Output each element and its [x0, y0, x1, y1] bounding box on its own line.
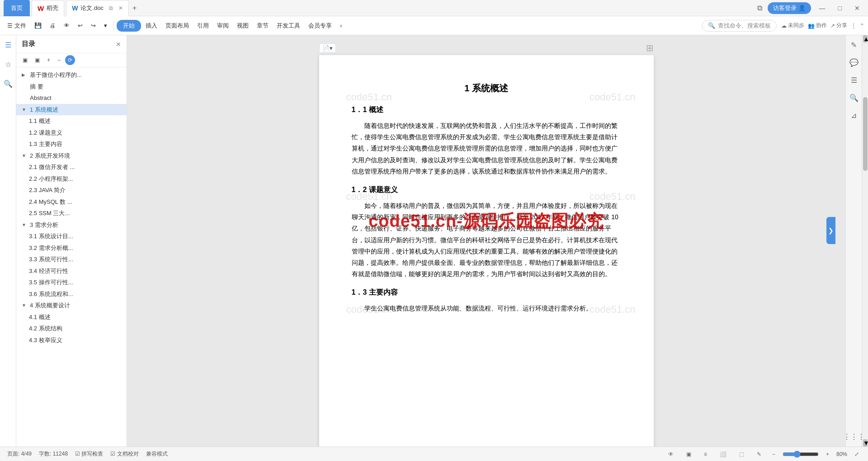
toc-item-ch2-4[interactable]: 2.4 MySQL 数 ... — [16, 196, 127, 208]
view-button[interactable]: 👁 — [60, 20, 73, 31]
collapse-toolbar-button[interactable]: ⌃ — [860, 23, 864, 29]
restore-icon[interactable]: ⧉ — [755, 2, 764, 14]
toc-item-ch1-2-label: 1.2 课题意义 — [29, 128, 62, 137]
sidebar-title: 目录 — [22, 40, 112, 48]
find-icon[interactable]: 🔍 — [2, 78, 14, 90]
toc-item-abstract-cn[interactable]: 摘 要 — [16, 81, 127, 93]
view-read-button[interactable]: 👁 — [665, 450, 677, 458]
undo-button[interactable]: ↩ — [74, 20, 86, 31]
doc-heading-1-1: 1．1 概述 — [352, 105, 621, 115]
insert-tab-button[interactable]: 插入 — [142, 20, 161, 32]
zoom-minus-button[interactable]: − — [770, 450, 777, 458]
toc-item-ch2-3[interactable]: 2.3 JAVA 简介 — [16, 184, 127, 196]
toc-item-ch3-6[interactable]: 3.6 系统流程和... — [16, 288, 127, 300]
toc-item-ch3-2[interactable]: 3.2 需求分析概... — [16, 242, 127, 254]
toc-item-ch4-3[interactable]: 4.3 枚举应义 — [16, 334, 127, 346]
toc-item-ch2-1[interactable]: 2.1 微信开发者 ... — [16, 161, 127, 173]
tab-wps[interactable]: W 稻壳 — [32, 0, 64, 16]
toc-item-ch3[interactable]: ▼ 3 需求分析 — [16, 219, 127, 231]
toc-item-ch4[interactable]: ▼ 4 系统概要设计 — [16, 300, 127, 311]
view-full-button[interactable]: ⬚ — [736, 450, 748, 458]
tab-home[interactable]: 首页 — [4, 0, 30, 16]
view-edit-button[interactable]: ✎ — [753, 450, 765, 458]
toc-item-ch1-2[interactable]: 1.2 课题意义 — [16, 127, 127, 139]
chapter-tab-button[interactable]: 章节 — [253, 20, 272, 32]
review-tab-button[interactable]: 审阅 — [213, 20, 232, 32]
doc-tab-close-icon[interactable]: ✕ — [118, 5, 123, 11]
share-button[interactable]: ↗ 分享 — [830, 22, 847, 29]
more-options-button[interactable]: ⋮ — [851, 23, 856, 29]
share-label: 分享 — [836, 22, 847, 29]
toc-item-root[interactable]: ▶ 基于微信小程序的... — [16, 69, 127, 81]
toc-item-ch3-4[interactable]: 3.4 经济可行性 — [16, 265, 127, 277]
toc-icon[interactable]: ☰ — [3, 39, 13, 51]
view-mobile-button[interactable]: ⬜ — [716, 450, 730, 458]
toc-item-ch2-2[interactable]: 2.2 小程序框架... — [16, 173, 127, 185]
devtools-tab-button[interactable]: 开发工具 — [273, 20, 304, 32]
spell-check-toggle[interactable]: ☑ 拼写检查 — [75, 450, 103, 458]
toc-remove-button[interactable]: − — [55, 56, 63, 65]
scroll-thumb[interactable] — [863, 97, 868, 171]
vertical-scrollbar[interactable]: ▲ ▼ — [862, 35, 868, 447]
toc-item-ch3-1[interactable]: 3.1 系统设计目... — [16, 230, 127, 242]
right-find-icon[interactable]: 🔍 — [848, 92, 860, 104]
sync-button[interactable]: ☁ 未同步 — [781, 22, 804, 29]
toc-item-ch3-4-label: 3.4 经济可行性 — [29, 267, 68, 276]
file-menu-button[interactable]: ☰ 文件 — [4, 20, 30, 32]
doc-compare-toggle[interactable]: ☑ 文档校对 — [110, 450, 138, 458]
toc-item-ch1-1[interactable]: 1.1 概述 — [16, 115, 127, 127]
undo-more-button[interactable]: ▾ — [100, 20, 111, 31]
toc-item-ch2-5[interactable]: 2.5 SSM 三大... — [16, 207, 127, 219]
start-tab-button[interactable]: 开始 — [117, 20, 141, 32]
bookmark-icon-top[interactable]: ⊞ — [646, 43, 654, 53]
add-tab-button[interactable]: + — [132, 4, 137, 12]
right-edit-icon[interactable]: ✎ — [849, 39, 859, 51]
print-button[interactable]: 🖨 — [46, 20, 59, 31]
doc-page-icon[interactable]: 📄▾ — [319, 43, 336, 53]
toc-item-ch2[interactable]: ▼ 2 系统开发环境 — [16, 150, 127, 162]
toc-item-ch3-6-label: 3.6 系统流程和... — [29, 290, 73, 299]
toc-item-ch3-3[interactable]: 3.3 系统可行性... — [16, 254, 127, 265]
more-tabs-button[interactable]: › — [336, 20, 345, 31]
right-toc-icon[interactable]: ☰ — [849, 74, 859, 86]
zoom-slider[interactable] — [783, 451, 819, 458]
scroll-up-button[interactable]: ▲ — [863, 35, 868, 42]
layout-tab-button[interactable]: 页面布局 — [162, 20, 193, 32]
view-tab-button[interactable]: 视图 — [233, 20, 252, 32]
toc-refresh-button[interactable]: ⟳ — [65, 55, 75, 65]
right-nav-icon[interactable]: ⊿ — [849, 109, 859, 122]
guest-login-button[interactable]: 访客登录 👤 — [768, 2, 811, 14]
toc-expand-all-button[interactable]: ▣ — [20, 56, 30, 65]
right-expand-tab[interactable]: ❯ — [826, 217, 835, 244]
close-window-button[interactable]: ✕ — [850, 3, 864, 14]
ref-tab-button[interactable]: 引用 — [193, 20, 212, 32]
collab-button[interactable]: 👥 协作 — [808, 22, 827, 29]
toc-item-ch3-5[interactable]: 3.5 操作可行性... — [16, 277, 127, 288]
redo-button[interactable]: ↪ — [87, 20, 99, 31]
zoom-fullscreen-button[interactable]: ⤢ — [853, 450, 861, 458]
view-print-button[interactable]: ▣ — [683, 450, 695, 458]
toc-toggle-icon: ▼ — [22, 106, 28, 113]
toc-item-ch1[interactable]: ▼ 1 系统概述 — [16, 104, 127, 116]
minimize-button[interactable]: — — [815, 3, 830, 14]
maximize-button[interactable]: □ — [834, 3, 846, 14]
member-tab-button[interactable]: 会员专享 — [305, 20, 335, 32]
zoom-plus-button[interactable]: + — [824, 450, 831, 458]
tab-doc[interactable]: W 论文.doc ⧉ ✕ — [66, 0, 129, 16]
view-web-button[interactable]: ≡ — [700, 450, 711, 458]
toc-item-ch4-2[interactable]: 4.2 系统结构 — [16, 323, 127, 334]
right-comment-icon[interactable]: 💬 — [848, 56, 860, 69]
bookmark-icon[interactable]: ☆ — [3, 58, 13, 71]
sidebar-close-button[interactable]: ✕ — [116, 41, 121, 48]
doc-tab-restore-icon[interactable]: ⧉ — [109, 5, 113, 11]
toc-item-ch1-label: 1 系统概述 — [30, 105, 58, 114]
save-button[interactable]: 💾 — [31, 20, 45, 31]
toc-collapse-all-button[interactable]: ▣ — [32, 56, 42, 65]
toc-item-abstract-en[interactable]: Abstract — [16, 92, 127, 104]
toc-item-ch1-3[interactable]: 1.3 主要内容 — [16, 138, 127, 150]
scroll-down-button[interactable]: ▼ — [863, 439, 868, 447]
toc-item-ch4-1[interactable]: 4.1 概述 — [16, 311, 127, 323]
toc-add-button[interactable]: + — [44, 56, 53, 65]
toc-toggle-icon: ▼ — [22, 221, 28, 228]
toolbar-search[interactable]: 🔍 查找命令、搜索模板 — [702, 20, 777, 32]
